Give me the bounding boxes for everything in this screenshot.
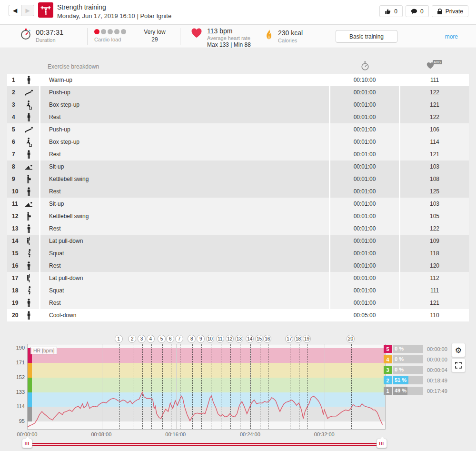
table-row[interactable]: 8 Sit-up 00:01:00 103 xyxy=(7,160,469,173)
table-row[interactable]: 19 Rest 00:01:00 121 xyxy=(7,297,469,309)
gear-icon: ⚙ xyxy=(455,346,462,355)
comment-button[interactable]: 0 xyxy=(406,5,429,17)
table-row[interactable]: 11 Sit-up 00:01:00 103 xyxy=(7,198,469,210)
exercise-name: Rest xyxy=(40,148,329,160)
phase-number: 5 xyxy=(12,126,23,133)
hr-zones-summary: 5 0 % 00:00:00 4 0 % 00:00:00 3 0 % 00:0… xyxy=(384,345,455,397)
phase-number: 20 xyxy=(12,312,23,319)
phase-marker[interactable]: 3 xyxy=(138,335,146,343)
chart-settings-button[interactable]: ⚙ xyxy=(451,343,466,357)
phase-marker[interactable]: 15 xyxy=(255,335,263,343)
table-row[interactable]: 7 Rest 00:01:00 121 xyxy=(7,148,469,160)
phase-marker[interactable]: 17 xyxy=(285,335,293,343)
phase-avg-hr: 122 xyxy=(400,111,469,123)
hr-plot[interactable]: HR [bpm] xyxy=(27,344,386,430)
phase-marker[interactable]: 11 xyxy=(216,335,224,343)
timeline-selection-bar[interactable] xyxy=(27,443,382,446)
phase-marker[interactable]: 16 xyxy=(263,335,271,343)
table-row[interactable]: 9 Kettlebell swing 00:01:00 108 xyxy=(7,173,469,185)
kettlebell-swing-icon xyxy=(23,175,34,184)
kettlebell-swing-icon xyxy=(23,212,34,221)
zone-time: 00:18:49 xyxy=(427,378,455,383)
phase-duration: 00:05:00 xyxy=(330,309,399,321)
table-row[interactable]: 10 Rest 00:01:00 125 xyxy=(7,185,469,198)
phase-marker[interactable]: 1 xyxy=(115,335,123,343)
avg-badge: AVG xyxy=(433,60,442,64)
expand-icon xyxy=(455,362,462,369)
phase-duration: 00:01:00 xyxy=(330,247,399,260)
like-button[interactable]: 0 xyxy=(379,5,403,17)
table-row[interactable]: 16 Rest 00:01:00 120 xyxy=(7,260,469,272)
stopwatch-icon xyxy=(361,61,369,71)
fullscreen-button[interactable] xyxy=(451,358,466,372)
table-row[interactable]: 3 Box step-up 00:01:00 121 xyxy=(7,99,469,111)
zone-summary-row: 2 51 % 00:18:49 xyxy=(384,376,455,384)
table-row[interactable]: 17 Lat pull-down 00:01:00 112 xyxy=(7,272,469,284)
phase-marker[interactable]: 4 xyxy=(147,335,155,343)
zone-percent: 0 % xyxy=(395,367,404,372)
table-row[interactable]: 1 Warm-up 00:10:00 111 xyxy=(7,74,469,86)
table-row[interactable]: 6 Box step-up 00:01:00 114 xyxy=(7,136,469,148)
phase-marker[interactable]: 5 xyxy=(158,335,166,343)
next-session-button[interactable]: ▶ xyxy=(21,5,34,16)
table-row[interactable]: 5 Push-up 00:01:00 106 xyxy=(7,123,469,136)
phase-duration: 00:01:00 xyxy=(330,173,399,185)
page-header: ◀ ▶ Strength training Monday, Jun 17, 20… xyxy=(0,0,476,25)
stopwatch-icon xyxy=(20,28,31,40)
phase-number: 12 xyxy=(12,213,23,220)
table-row[interactable]: 13 Rest 00:01:00 122 xyxy=(7,222,469,235)
phase-marker[interactable]: 12 xyxy=(226,335,234,343)
phase-duration: 00:01:00 xyxy=(330,86,399,99)
y-axis-label: 152 xyxy=(8,374,25,380)
table-row[interactable]: 15 Squat 00:01:00 118 xyxy=(7,247,469,260)
phase-duration: 00:01:00 xyxy=(330,99,399,111)
table-row[interactable]: 14 Lat pull-down 00:01:00 109 xyxy=(7,235,469,247)
strength-training-icon xyxy=(38,2,53,18)
calories-flame-icon xyxy=(264,29,274,41)
phase-marker[interactable]: 9 xyxy=(197,335,205,343)
phase-number: 11 xyxy=(12,200,23,207)
timeline-left-handle[interactable]: III xyxy=(22,439,32,448)
zone-bar: 51 % xyxy=(393,376,423,384)
previous-session-button[interactable]: ◀ xyxy=(9,5,21,16)
table-row[interactable]: 18 Squat 00:01:00 111 xyxy=(7,284,469,297)
exercise-name: Squat xyxy=(40,284,329,297)
zone-time: 00:00:04 xyxy=(427,367,455,373)
phase-marker[interactable]: 18 xyxy=(294,335,302,343)
phase-marker[interactable]: 20 xyxy=(347,335,355,343)
exercise-name: Rest xyxy=(40,185,329,198)
phase-avg-hr: 110 xyxy=(400,309,469,321)
phase-avg-hr: 103 xyxy=(400,198,469,210)
exercise-name: Kettlebell swing xyxy=(40,210,329,222)
privacy-button[interactable]: Private xyxy=(432,5,468,17)
cardio-load-dot xyxy=(94,29,99,34)
phase-avg-hr: 111 xyxy=(400,74,469,86)
phase-marker[interactable]: 2 xyxy=(128,335,136,343)
table-row[interactable]: 2 Push-up 00:01:00 122 xyxy=(7,86,469,99)
x-axis-label: 00:32:00 xyxy=(314,431,335,437)
standing-person-icon xyxy=(23,150,34,159)
phase-marker[interactable]: 7 xyxy=(175,335,183,343)
phase-marker[interactable]: 19 xyxy=(303,335,311,343)
push-up-icon xyxy=(23,89,34,96)
phase-avg-hr: 121 xyxy=(400,148,469,160)
phase-duration: 00:01:00 xyxy=(330,210,399,222)
phase-marker[interactable]: 14 xyxy=(246,335,254,343)
zone-bar: 0 % xyxy=(393,345,423,353)
calories-value: 230 kcal xyxy=(278,29,303,37)
phase-marker[interactable]: 8 xyxy=(188,335,196,343)
table-row[interactable]: 4 Rest 00:01:00 122 xyxy=(7,111,469,123)
comment-count: 0 xyxy=(420,8,424,15)
training-benefit-button[interactable]: Basic training xyxy=(336,30,397,43)
timeline-right-handle[interactable]: III xyxy=(377,439,387,448)
zone-bar: 0 % xyxy=(393,355,423,363)
phase-duration: 00:01:00 xyxy=(330,148,399,160)
more-link[interactable]: more xyxy=(445,33,458,40)
phase-duration: 00:01:00 xyxy=(330,284,399,297)
table-row[interactable]: 20 Cool-down 00:05:00 110 xyxy=(7,309,469,321)
phase-marker[interactable]: 6 xyxy=(166,335,174,343)
exercise-name: Box step-up xyxy=(40,99,329,111)
phase-marker[interactable]: 13 xyxy=(235,335,243,343)
phase-marker[interactable]: 10 xyxy=(206,335,214,343)
table-row[interactable]: 12 Kettlebell swing 00:01:00 105 xyxy=(7,210,469,222)
